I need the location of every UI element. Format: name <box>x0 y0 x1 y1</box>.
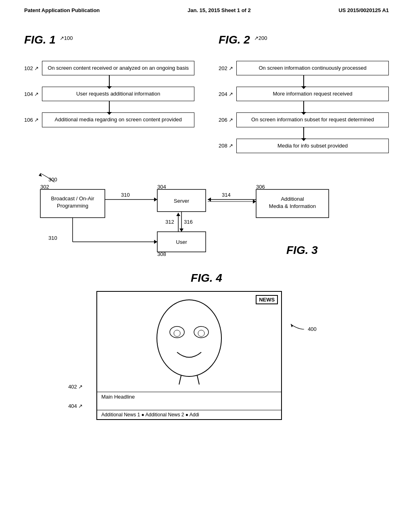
fig3-arrow-label-316: 316 <box>184 219 193 225</box>
fig4-screen: NEWS <box>96 291 282 420</box>
fig3-user-text: User <box>176 239 187 245</box>
fig3-user-label: 308 <box>157 251 166 257</box>
fig4-headline-text: Main Headline <box>101 394 135 400</box>
fig4-news-badge: NEWS <box>256 295 278 304</box>
fig3-arrowhead-su <box>179 229 184 232</box>
fig1-arrow-1 <box>24 75 194 87</box>
fig2-label-1: 202 ↗ <box>219 65 233 71</box>
fig3-server-label: 304 <box>157 184 166 190</box>
fig2-step-1: 202 ↗ On screen information continuously… <box>219 61 389 75</box>
fig3-additional-label: 306 <box>256 184 265 190</box>
fig3-additional-text1: Additional <box>281 196 304 202</box>
fig2-arrow-3 <box>219 127 389 139</box>
fig1-label-1: 102 ↗ <box>24 65 39 71</box>
fig1-title: FIG. 1 <box>24 33 56 46</box>
fig3-arrow-label-312: 312 <box>165 219 174 225</box>
svg-line-6 <box>197 376 199 384</box>
fig1-box-2: User requests additional information <box>42 87 194 101</box>
svg-point-4 <box>198 330 204 337</box>
fig2-step-3: 206 ↗ On screen information subset for r… <box>219 112 389 127</box>
fig3-additional-text2: Media & Information <box>269 203 316 209</box>
fig1-ref: 100 <box>64 35 73 41</box>
fig1-arrow-2 <box>24 101 194 112</box>
fig1-flow: 102 ↗ On screen content received or anal… <box>24 61 194 127</box>
fig2-ref: 200 <box>259 35 267 41</box>
fig4-section: FIG. 4 402 ↗ 404 ↗ NEWS <box>24 272 389 420</box>
fig4-ref: 400 <box>308 326 317 332</box>
main-content: FIG. 1 ↗100 102 ↗ On screen content rece… <box>0 17 413 428</box>
fig2-block: FIG. 2 ↗200 202 ↗ On screen information … <box>219 33 389 153</box>
fig4-ticker-bar: Additional News 1 ● Additional News 2 ● … <box>97 410 281 419</box>
fig2-label-2: 204 ↗ <box>219 91 233 97</box>
fig3-broadcast-text2: Programming <box>57 203 88 209</box>
fig4-ticker-text: Additional News 1 ● Additional News 2 ● … <box>101 412 199 418</box>
fig1-label-2: 104 ↗ <box>24 91 39 97</box>
fig3-arrowhead-us <box>176 213 180 216</box>
fig3-broadcast-text1: Broadcast / On-Air <box>51 195 95 202</box>
svg-marker-7 <box>291 324 293 327</box>
fig1-step-3: 106 ↗ Additional media regarding on scre… <box>24 112 194 127</box>
fig3-arrowhead-bu <box>154 240 157 244</box>
fig2-box-3: On screen information subset for request… <box>236 112 389 127</box>
fig2-flow: 202 ↗ On screen information continuously… <box>219 61 389 153</box>
fig3-ref-label: 300 <box>48 177 57 183</box>
fig4-face-svg <box>139 296 240 389</box>
fig1-step-2: 104 ↗ User requests additional informati… <box>24 87 194 101</box>
fig1-label-3: 106 ↗ <box>24 117 39 123</box>
fig4-title: FIG. 4 <box>191 272 222 284</box>
fig1-block: FIG. 1 ↗100 102 ↗ On screen content rece… <box>24 33 194 153</box>
fig1-box-3: Additional media regarding on screen con… <box>42 112 194 127</box>
svg-point-3 <box>174 330 180 337</box>
fig3-server-text: Server <box>174 198 190 204</box>
fig2-label-3: 206 ↗ <box>219 117 233 123</box>
fig1-step-1: 102 ↗ On screen content received or anal… <box>24 61 194 75</box>
fig1-box-1: On screen content received or analyzed o… <box>42 61 194 75</box>
fig3-section: 300 Broadcast / On-Air Programming 302 3… <box>24 169 389 264</box>
fig2-arrow-2 <box>219 101 389 112</box>
header-middle: Jan. 15, 2015 Sheet 1 of 2 <box>188 7 251 13</box>
fig2-label-4: 208 ↗ <box>219 143 233 149</box>
fig4-ticker-ref-label: 404 ↗ <box>68 403 83 409</box>
figures-row1: FIG. 1 ↗100 102 ↗ On screen content rece… <box>24 33 389 153</box>
fig4-headline-ref-label: 402 ↗ <box>68 384 83 390</box>
fig3-arrow-label-310a: 310 <box>121 192 130 198</box>
page-header: Patent Application Publication Jan. 15, … <box>0 0 413 17</box>
fig3-title: FIG. 3 <box>286 244 318 256</box>
fig3-arrowhead-as <box>208 197 211 202</box>
svg-point-0 <box>157 300 221 376</box>
fig4-headline-bar: Main Headline <box>97 392 281 401</box>
svg-line-5 <box>179 376 181 384</box>
fig3-broadcast-label: 302 <box>40 184 49 190</box>
fig3-diagram: 300 Broadcast / On-Air Programming 302 3… <box>24 169 387 262</box>
fig2-arrow-1 <box>219 75 389 87</box>
fig2-box-2: More information request received <box>236 87 389 101</box>
fig3-arrow-label-314: 314 <box>222 192 231 198</box>
fig2-box-1: On screen information continuously proce… <box>236 61 389 75</box>
header-right: US 2015/0020125 A1 <box>338 7 389 13</box>
fig2-step-2: 204 ↗ More information request received <box>219 87 389 101</box>
fig4-ref-container: 400 <box>290 323 317 335</box>
fig2-box-4: Media for info subset provided <box>236 139 389 153</box>
fig2-title: FIG. 2 <box>219 33 250 46</box>
fig2-step-4: 208 ↗ Media for info subset provided <box>219 139 389 153</box>
fig3-arrow-label-310b: 310 <box>48 235 57 241</box>
fig4-ref-arrow-svg <box>290 323 306 335</box>
fig3-arrowhead-bs <box>154 197 157 202</box>
header-left: Patent Application Publication <box>24 7 100 13</box>
fig3-arrowhead-sa <box>253 200 256 204</box>
